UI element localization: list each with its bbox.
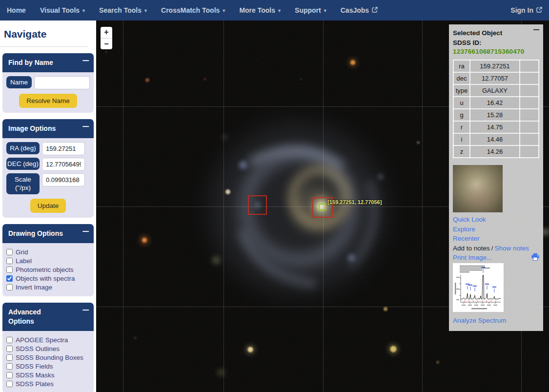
advanced-options-header[interactable]: Advanced Options − bbox=[2, 303, 94, 331]
explore-link[interactable]: Explore bbox=[453, 225, 539, 234]
analyze-spectrum-link[interactable]: Analyze Spectrum bbox=[453, 316, 539, 326]
drawing-options-header[interactable]: Drawing Options − bbox=[2, 224, 94, 243]
print-row: Print Image... bbox=[453, 253, 539, 263]
printer-icon[interactable] bbox=[531, 253, 539, 262]
checkbox-grid[interactable]: Grid bbox=[6, 248, 90, 256]
external-link-icon bbox=[536, 6, 542, 14]
sdss-masks-checkbox[interactable] bbox=[6, 372, 13, 378]
find-by-name-panel: Find by Name − Name Resolve Name bbox=[2, 53, 94, 113]
chevron-down-icon: ▾ bbox=[144, 8, 147, 13]
zoom-out-button[interactable]: − bbox=[101, 38, 112, 50]
objects-with-spectra-checkbox[interactable] bbox=[6, 275, 13, 282]
table-row: r14.75 bbox=[453, 121, 539, 133]
sdss-id-value[interactable]: 1237661068715360470 bbox=[453, 47, 539, 57]
label-checkbox[interactable] bbox=[6, 258, 13, 264]
sdss-bounding-boxes-checkbox[interactable] bbox=[6, 354, 13, 361]
chevron-down-icon: ▾ bbox=[223, 8, 225, 13]
nav-search-tools[interactable]: Search Tools▾ bbox=[99, 6, 147, 14]
chevron-down-icon: ▾ bbox=[82, 8, 85, 13]
grid-checkbox[interactable] bbox=[6, 249, 13, 255]
print-image-link[interactable]: Print Image... bbox=[453, 253, 492, 263]
navigate-sidebar: Navigate Find by Name − Name Resolve Nam… bbox=[0, 21, 96, 392]
spectra-object-box[interactable] bbox=[248, 195, 267, 215]
image-options-panel: Image Options − RA (deg) DEC (deg) Scale… bbox=[2, 119, 94, 218]
table-row: z14.26 bbox=[453, 145, 539, 158]
table-row: ra159.27251 bbox=[453, 60, 539, 72]
name-input[interactable] bbox=[34, 76, 90, 89]
collapse-icon[interactable]: − bbox=[82, 122, 90, 133]
scale-label: Scale("/px) bbox=[6, 173, 40, 194]
selected-object-panel: − Selected Object SDSS ID: 1237661068715… bbox=[449, 24, 543, 331]
chevron-down-icon: ▾ bbox=[278, 8, 281, 13]
image-options-header[interactable]: Image Options − bbox=[2, 119, 94, 138]
nav-home[interactable]: Home bbox=[7, 6, 26, 14]
add-to-notes-link[interactable]: Add to notes bbox=[453, 245, 490, 252]
page-title: Navigate bbox=[4, 28, 96, 40]
sdss-outlines-checkbox[interactable] bbox=[6, 346, 13, 352]
ra-label: RA (deg) bbox=[6, 142, 40, 155]
scale-input[interactable] bbox=[42, 173, 85, 186]
invert-image-checkbox[interactable] bbox=[6, 284, 13, 290]
name-label: Name bbox=[6, 76, 32, 89]
nav-more-tools[interactable]: More Tools▾ bbox=[239, 6, 281, 14]
checkbox-photometric-objects[interactable]: Photometric objects bbox=[6, 266, 90, 273]
sign-in-link[interactable]: Sign In bbox=[510, 6, 542, 14]
collapse-icon[interactable]: − bbox=[532, 25, 539, 34]
object-parameters-table: ra159.27251 dec12.77057 typeGALAXY u16.4… bbox=[453, 60, 539, 158]
drawing-options-body: Grid Label Photometric objects Objects w… bbox=[2, 243, 94, 296]
checkbox-sdss-outlines[interactable]: SDSS Outlines bbox=[6, 345, 90, 352]
update-button[interactable]: Update bbox=[30, 199, 66, 213]
resolve-name-button[interactable]: Resolve Name bbox=[19, 94, 77, 108]
checkbox-label[interactable]: Label bbox=[6, 257, 90, 265]
ra-input[interactable] bbox=[42, 142, 85, 155]
checkbox-objects-with-spectra[interactable]: Objects with spectra bbox=[6, 275, 90, 282]
show-notes-link[interactable]: Show notes bbox=[495, 245, 529, 252]
collapse-icon[interactable]: − bbox=[82, 227, 90, 238]
nav-crossmatch-tools[interactable]: CrossMatch Tools▾ bbox=[161, 6, 225, 14]
sdss-id-label: SDSS ID: bbox=[453, 38, 539, 48]
photometric-objects-checkbox[interactable] bbox=[6, 267, 13, 273]
sdss-plates-checkbox[interactable] bbox=[6, 381, 13, 387]
advanced-options-panel: Advanced Options − APOGEE Spectra SDSS O… bbox=[2, 303, 94, 392]
find-by-name-body: Name Resolve Name bbox=[2, 72, 94, 113]
sdss-fields-checkbox[interactable] bbox=[6, 363, 13, 370]
checkbox-sdss-bounding-boxes[interactable]: SDSS Bounding Boxes bbox=[6, 354, 90, 361]
table-row: g15.28 bbox=[453, 109, 539, 121]
nav-visual-tools[interactable]: Visual Tools▾ bbox=[40, 6, 85, 14]
find-by-name-header[interactable]: Find by Name − bbox=[2, 53, 94, 72]
dec-label: DEC (deg) bbox=[6, 158, 40, 170]
collapse-icon[interactable]: − bbox=[82, 56, 90, 67]
collapse-icon[interactable]: − bbox=[82, 305, 90, 316]
nav-casjobs[interactable]: CasJobs bbox=[341, 6, 378, 14]
table-row: i14.46 bbox=[453, 133, 539, 145]
checkbox-sdss-fields[interactable]: SDSS Fields bbox=[6, 363, 90, 370]
checkbox-apogee-spectra[interactable]: APOGEE Spectra bbox=[6, 336, 90, 344]
apogee-spectra-checkbox[interactable] bbox=[6, 337, 13, 343]
checkbox-invert-image[interactable]: Invert Image bbox=[6, 284, 90, 291]
drawing-options-panel: Drawing Options − Grid Label Photometric… bbox=[2, 224, 94, 296]
selected-object-box[interactable] bbox=[319, 204, 326, 210]
quick-look-link[interactable]: Quick Look bbox=[453, 215, 539, 225]
external-link-icon bbox=[372, 6, 378, 14]
table-row: u16.42 bbox=[453, 97, 539, 109]
nav-support[interactable]: Support▾ bbox=[295, 6, 326, 14]
advanced-options-body: APOGEE Spectra SDSS Outlines SDSS Boundi… bbox=[2, 331, 94, 392]
checkbox-sdss-plates[interactable]: SDSS Plates bbox=[6, 380, 90, 388]
notes-row: Add to notes/Show notes bbox=[453, 244, 539, 253]
spectrum-plot-thumbnail[interactable] bbox=[453, 263, 504, 312]
chevron-down-icon: ▾ bbox=[324, 8, 326, 13]
coordinate-label: [159.27251, 12.77056] bbox=[327, 199, 382, 205]
top-navbar: Home Visual Tools▾ Search Tools▾ CrossMa… bbox=[0, 0, 549, 21]
checkbox-sdss-masks[interactable]: SDSS Masks bbox=[6, 371, 90, 379]
selected-object-title: Selected Object bbox=[453, 28, 539, 38]
zoom-in-button[interactable]: + bbox=[101, 27, 112, 38]
table-row: dec12.77057 bbox=[453, 72, 539, 84]
divider bbox=[0, 46, 88, 47]
recenter-link[interactable]: Recenter bbox=[453, 234, 539, 244]
image-options-body: RA (deg) DEC (deg) Scale("/px) Update bbox=[2, 138, 94, 218]
table-row: typeGALAXY bbox=[453, 84, 539, 97]
zoom-control: + − bbox=[101, 27, 112, 49]
galaxy-cutout-thumbnail[interactable] bbox=[453, 165, 503, 212]
dec-input[interactable] bbox=[42, 158, 85, 171]
